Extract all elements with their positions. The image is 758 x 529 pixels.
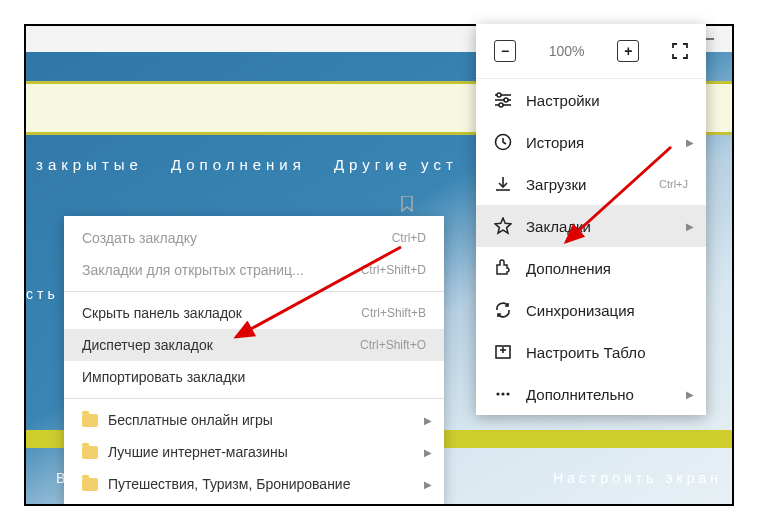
sync-icon [494,301,512,319]
shortcut: Ctrl+D [392,231,426,245]
folder-icon [82,414,98,427]
chevron-right-icon: ▶ [424,479,432,490]
shortcut: Ctrl+J [659,178,688,190]
tab-other-devices[interactable]: Другие уст [334,156,458,173]
tab-addons[interactable]: Дополнения [171,156,306,173]
label: Закладки для открытых страниц... [82,262,304,278]
sliders-icon [494,91,512,109]
submenu-bookmark-manager[interactable]: Диспетчер закладок Ctrl+Shift+O [64,329,444,361]
label: Лучшие интернет-магазины [108,444,288,460]
divider [64,398,444,399]
svg-point-15 [496,392,499,395]
label: Закладки [526,218,591,235]
submenu-import[interactable]: Импортировать закладки [64,361,444,393]
zoom-out-button[interactable]: − [494,40,516,62]
label: Синхронизация [526,302,635,319]
chevron-right-icon: ▶ [424,415,432,426]
chevron-right-icon: ▶ [424,447,432,458]
label: Путешествия, Туризм, Бронирование [108,476,350,492]
zoom-in-button[interactable]: + [617,40,639,62]
star-icon [494,217,512,235]
clock-icon [494,133,512,151]
label: Настроить Табло [526,344,645,361]
chevron-right-icon: ▶ [686,221,694,232]
label: Настройки [526,92,600,109]
download-icon [494,175,512,193]
bookmark-nav-tabs: закрытые Дополнения Другие уст [36,156,458,173]
svg-point-8 [504,98,508,102]
menu-item-bookmarks[interactable]: Закладки ▶ [476,205,706,247]
submenu-folder-shops[interactable]: Лучшие интернет-магазины ▶ [64,436,444,468]
chevron-right-icon: ▶ [686,389,694,400]
submenu-folder-games[interactable]: Бесплатные онлайн игры ▶ [64,404,444,436]
chevron-right-icon: ▶ [686,137,694,148]
submenu-open-pages[interactable]: Закладки для открытых страниц... Ctrl+Sh… [64,254,444,286]
shortcut: Ctrl+Shift+B [361,306,426,320]
menu-item-sync[interactable]: Синхронизация [476,289,706,331]
puzzle-icon [494,259,512,277]
menu-item-settings[interactable]: Настройки [476,79,706,121]
label: Создать закладку [82,230,197,246]
tab-closed[interactable]: закрытые [36,156,143,173]
bookmark-ribbon-icon [400,196,414,215]
clipped-text: сть [26,286,59,302]
divider [64,291,444,292]
label: Импортировать закладки [82,369,245,385]
dots-icon [494,385,512,403]
menu-item-more[interactable]: Дополнительно ▶ [476,373,706,415]
menu-item-addons[interactable]: Дополнения [476,247,706,289]
menu-item-panel[interactable]: Настроить Табло [476,331,706,373]
label: Дополнения [526,260,611,277]
svg-point-7 [497,93,501,97]
folder-icon [82,446,98,459]
label: Скрыть панель закладок [82,305,242,321]
label: Бесплатные онлайн игры [108,412,273,428]
folder-icon [82,478,98,491]
panel-icon [494,343,512,361]
zoom-level: 100% [549,43,585,59]
submenu-folder-travel[interactable]: Путешествия, Туризм, Бронирование ▶ [64,468,444,500]
menu-item-history[interactable]: История ▶ [476,121,706,163]
submenu-create-bookmark[interactable]: Создать закладку Ctrl+D [64,222,444,254]
browser-main-menu: − 100% + Настройки История ▶ Загрузки Ct… [476,24,706,415]
label: Дополнительно [526,386,634,403]
label: Диспетчер закладок [82,337,213,353]
svg-point-17 [506,392,509,395]
fullscreen-icon[interactable] [672,43,688,59]
customize-screen-link[interactable]: Настроить экран [553,470,722,486]
svg-point-16 [501,392,504,395]
shortcut: Ctrl+Shift+D [361,263,426,277]
label: Загрузки [526,176,586,193]
zoom-row: − 100% + [476,24,706,79]
shortcut: Ctrl+Shift+O [360,338,426,352]
menu-item-downloads[interactable]: Загрузки Ctrl+J [476,163,706,205]
svg-point-9 [499,103,503,107]
submenu-hide-bar[interactable]: Скрыть панель закладок Ctrl+Shift+B [64,297,444,329]
bookmarks-submenu: Создать закладку Ctrl+D Закладки для отк… [64,216,444,506]
label: История [526,134,584,151]
